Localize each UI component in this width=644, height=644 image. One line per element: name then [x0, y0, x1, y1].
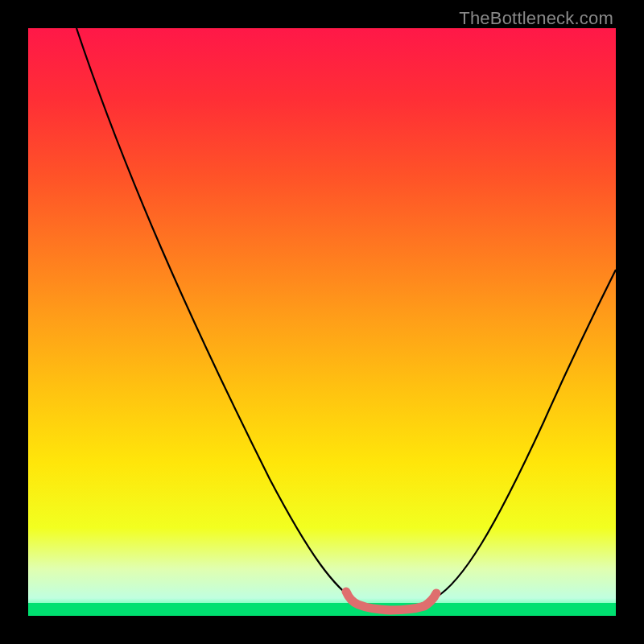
- bottleneck-curve: [76, 28, 616, 609]
- plot-area: [28, 28, 616, 616]
- watermark-text: TheBottleneck.com: [459, 8, 613, 29]
- chart-svg: [28, 28, 616, 616]
- plateau-marker: [346, 592, 436, 610]
